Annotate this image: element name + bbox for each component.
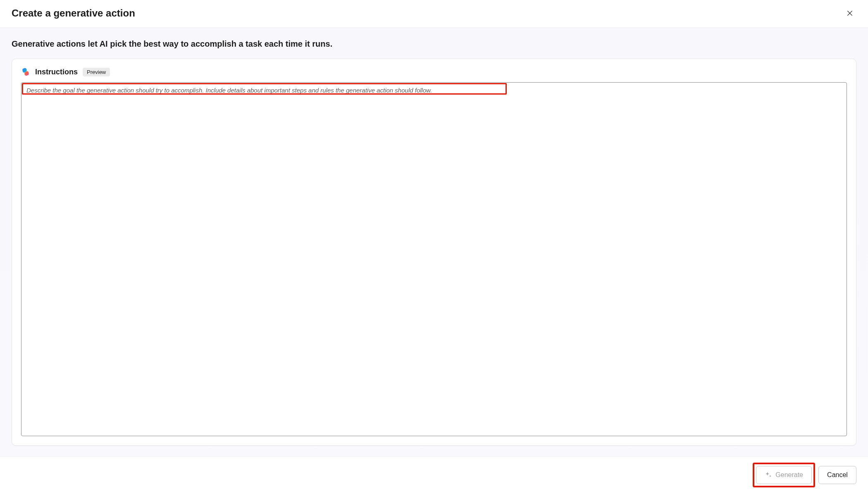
dialog-footer: Generate Cancel bbox=[0, 456, 868, 494]
sparkle-icon bbox=[765, 471, 772, 479]
instructions-header: Instructions Preview bbox=[21, 67, 847, 76]
dialog-description: Generative actions let AI pick the best … bbox=[12, 39, 856, 49]
preview-badge: Preview bbox=[83, 68, 110, 76]
dialog-titlebar: Create a generative action bbox=[0, 0, 868, 27]
copilot-logo-icon bbox=[21, 67, 30, 76]
dialog-body: Generative actions let AI pick the best … bbox=[0, 27, 868, 456]
cancel-button[interactable]: Cancel bbox=[818, 466, 856, 484]
instructions-textarea[interactable] bbox=[21, 82, 847, 436]
generate-button-label: Generate bbox=[775, 471, 803, 479]
instructions-card: Instructions Preview bbox=[12, 59, 856, 446]
close-icon bbox=[846, 10, 854, 17]
generate-button-wrap: Generate bbox=[756, 466, 812, 484]
cancel-button-label: Cancel bbox=[827, 471, 848, 479]
instructions-title: Instructions bbox=[35, 68, 78, 76]
close-button[interactable] bbox=[843, 7, 856, 20]
instructions-textarea-container bbox=[21, 82, 847, 436]
dialog-title: Create a generative action bbox=[12, 7, 135, 19]
generate-button[interactable]: Generate bbox=[756, 466, 812, 484]
